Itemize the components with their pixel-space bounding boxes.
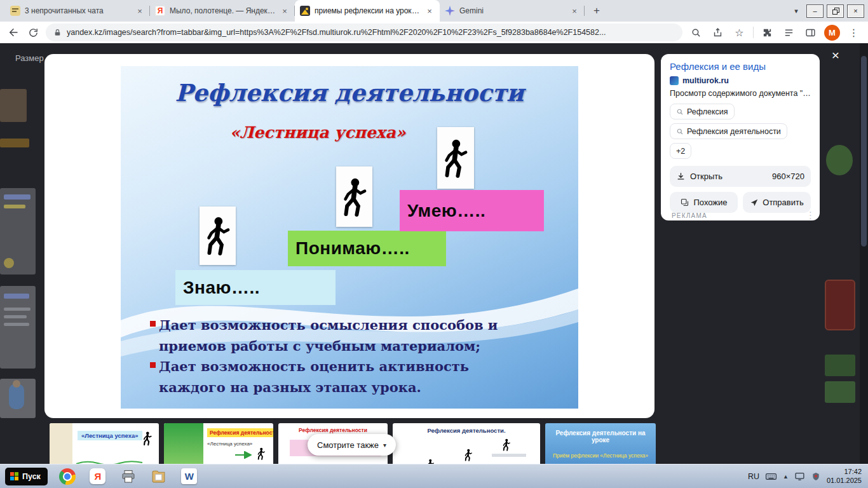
tab-images-active[interactable]: приемы рефлексии на уроках в на × xyxy=(295,0,440,22)
ad-menu-kebab-icon[interactable]: ⋮ xyxy=(806,210,815,221)
tabbar-right-controls: ▾ – × xyxy=(789,0,868,22)
taskbar-printer-button[interactable] xyxy=(118,467,139,486)
image-description: Просмотр содержимого документа "Рефлек… xyxy=(670,89,811,98)
step-understand: Понимаю….. xyxy=(288,231,446,266)
related-thumbnail[interactable]: «Лестница успеха» xyxy=(50,423,159,464)
tab-close-icon[interactable]: × xyxy=(280,6,290,16)
viewer-close-icon[interactable]: × xyxy=(828,48,843,64)
lock-icon xyxy=(53,29,62,37)
window-close-button[interactable]: × xyxy=(847,4,864,18)
taskbar-chrome-button[interactable] xyxy=(57,467,78,486)
dimmed-thumbnail xyxy=(825,280,855,330)
search-icon xyxy=(676,128,684,135)
bullet-item: Дает возможность осмысления способов и п… xyxy=(150,315,521,356)
browser-menu-kebab-icon[interactable]: ⋮ xyxy=(846,25,862,40)
dimmed-thumbnail xyxy=(0,188,36,274)
back-button[interactable] xyxy=(6,25,20,39)
window-minimize-button[interactable]: – xyxy=(806,4,824,18)
ad-label: РЕКЛАМА xyxy=(672,212,707,219)
walking-person-icon xyxy=(442,134,470,182)
tray-expand-icon[interactable]: ▲ xyxy=(783,473,789,480)
image-zoom-icon[interactable] xyxy=(688,25,704,40)
time-text: 17:42 xyxy=(827,468,862,477)
source-row[interactable]: multiurok.ru xyxy=(670,76,811,85)
tab-yandex-search[interactable]: Я Мыло, полотенце. — Яндекс: наш × xyxy=(150,0,295,22)
arrow-icon xyxy=(235,451,252,459)
step-can: Умею….. xyxy=(400,190,544,231)
tab-search-chevron-icon[interactable]: ▾ xyxy=(789,7,803,15)
language-indicator[interactable]: RU xyxy=(748,472,759,481)
size-filter-label: Размер xyxy=(15,53,44,63)
tab-gemini[interactable]: Gemini × xyxy=(440,0,585,22)
thumb-title: Рефлексия деятельности. xyxy=(393,427,540,434)
bullet-marker xyxy=(150,362,156,368)
taskbar-word-button[interactable]: W xyxy=(179,467,200,486)
open-image-button[interactable]: Открыть 960×720 xyxy=(670,166,811,187)
bookmark-star-icon[interactable]: ☆ xyxy=(731,25,747,40)
thumb-title: Рефлексия деятельности xyxy=(278,427,388,433)
download-icon xyxy=(676,172,686,181)
dimmed-thumbnail xyxy=(825,381,855,403)
share-icon[interactable] xyxy=(710,25,726,40)
walking-person-icon xyxy=(341,173,369,221)
more-tags-chip[interactable]: +2 xyxy=(670,143,691,159)
tag-label: Рефлексия деятельности xyxy=(687,127,781,136)
tag-chip[interactable]: Рефлексия деятельности xyxy=(670,123,787,139)
browser-tab-bar: 3 непрочитанных чата × Я Мыло, полотенце… xyxy=(0,0,868,22)
new-tab-button[interactable]: + xyxy=(588,3,605,19)
thumb-title: Рефлексия деятельности xyxy=(207,428,273,437)
send-icon xyxy=(750,198,759,207)
related-thumbnail[interactable]: Рефлексия деятельности на уроке Приём ре… xyxy=(545,423,656,464)
see-also-button[interactable]: Смотрите также ▾ xyxy=(308,434,396,456)
see-also-label: Смотрите также xyxy=(317,440,379,450)
related-thumbnail[interactable]: Рефлексия деятельности. xyxy=(393,423,540,464)
window-restore-button[interactable] xyxy=(827,4,844,18)
tag-chip[interactable]: Рефлексия xyxy=(670,104,735,119)
bullet-text: Дает возможность оценить активность кажд… xyxy=(159,356,521,398)
thumb-caption: Приём рефлексии «Лестница успеха» xyxy=(545,452,656,459)
source-domain: multiurok.ru xyxy=(682,76,729,85)
slide-image[interactable]: Рефлексия деятельности «Лестница успеха»… xyxy=(121,66,578,409)
dimmed-thumbnail xyxy=(826,145,853,175)
dimmed-thumbnail xyxy=(0,379,36,418)
profile-avatar[interactable]: M xyxy=(824,25,840,41)
thumb-caption: «Лестница успеха» xyxy=(78,431,142,440)
open-label: Открыть xyxy=(690,172,722,181)
tab-chats[interactable]: 3 непрочитанных чата × xyxy=(5,0,150,22)
start-button[interactable]: Пуск xyxy=(5,468,48,485)
taskbar-files-button[interactable] xyxy=(148,467,170,486)
scrollbar-thumb[interactable] xyxy=(861,56,867,247)
address-bar[interactable]: yandex.kz/images/search?from=tabbar&img_… xyxy=(46,24,682,41)
browser-toolbar: yandex.kz/images/search?from=tabbar&img_… xyxy=(0,22,868,43)
image-resolution: 960×720 xyxy=(772,172,804,181)
page-scrollbar[interactable] xyxy=(860,43,868,464)
related-thumbnail[interactable]: Рефлексия деятельности «Лестница успеха» xyxy=(164,423,273,464)
clock[interactable]: 17:42 01.01.2025 xyxy=(827,468,862,485)
search-icon xyxy=(676,108,684,116)
display-tray-icon[interactable] xyxy=(794,471,805,482)
tab-close-icon[interactable]: × xyxy=(135,6,145,16)
walking-person-icon xyxy=(142,430,153,447)
taskbar-yandex-button[interactable]: Я xyxy=(87,467,109,486)
tab-close-icon[interactable]: × xyxy=(569,6,580,16)
step-know: Знаю….. xyxy=(175,270,336,305)
bullet-marker xyxy=(150,321,156,327)
tab-title: Gemini xyxy=(459,6,565,15)
extensions-puzzle-icon[interactable] xyxy=(759,25,775,40)
tab-close-icon[interactable]: × xyxy=(424,6,435,16)
walking-figure-card xyxy=(200,207,236,265)
image-title-link[interactable]: Рефлексия и ее виды xyxy=(670,61,811,72)
security-tray-icon[interactable] xyxy=(811,471,821,482)
keyboard-icon[interactable] xyxy=(765,470,777,482)
dimmed-thumbnail xyxy=(825,355,855,376)
tab-title: приемы рефлексии на уроках в на xyxy=(315,6,420,15)
date-text: 01.01.2025 xyxy=(827,477,862,485)
restore-icon xyxy=(832,8,839,14)
walking-person-icon xyxy=(204,212,232,260)
side-panel-icon[interactable] xyxy=(803,25,818,40)
thumb-decoration xyxy=(492,454,526,457)
reading-list-icon[interactable] xyxy=(781,25,797,40)
bullet-text: Дает возможность осмысления способов и п… xyxy=(159,315,521,356)
refresh-button[interactable] xyxy=(26,25,40,39)
tag-label: Рефлексия xyxy=(687,107,728,116)
